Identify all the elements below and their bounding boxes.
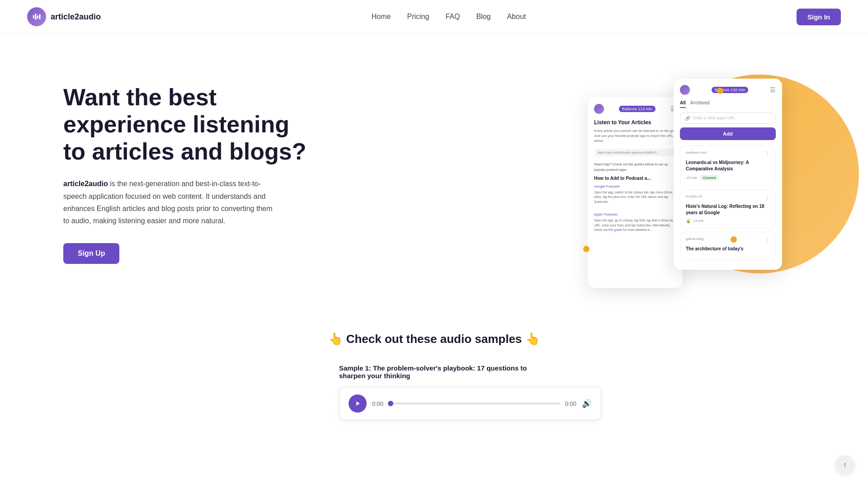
brand-mention: article2audio <box>63 180 108 188</box>
mr-article-card-2: in.hixie.ch ⋮ Hixie's Natural Log: Refle… <box>680 189 776 228</box>
hero-description: article2audio is the next-generation and… <box>63 178 280 227</box>
mr-card3-title: The architecture of today's <box>686 246 770 252</box>
sample1-label: Sample 1: The problem-solver's playbook:… <box>339 364 529 380</box>
mr-header: Balance 132 min ☰ <box>680 85 776 95</box>
mr-article-card-1: medium.com ⋮ Leonardo.ai vs Midjourney: … <box>680 145 776 186</box>
mr-menu-icon: ☰ <box>770 86 776 94</box>
mr-card1-convert[interactable]: Convert <box>700 175 719 181</box>
mr-input-placeholder: Enter a Web page URL <box>693 116 771 120</box>
mr-tab-all[interactable]: All <box>680 100 686 108</box>
audio-section: 👆 Check out these audio samples 👆 Sample… <box>0 305 868 438</box>
time-current-1: 0:00 <box>372 400 383 407</box>
mr-card1-dots[interactable]: ⋮ <box>764 150 770 157</box>
nav-blog[interactable]: Blog <box>476 13 491 20</box>
volume-button-1[interactable]: 🔊 <box>582 399 592 408</box>
progress-dot-1 <box>388 401 393 406</box>
audio-sample-1: Sample 1: The problem-solver's playbook:… <box>339 364 529 420</box>
logo-icon <box>27 7 46 26</box>
ml-google-link: Google Podcasts <box>594 184 676 188</box>
nav-pricing[interactable]: Pricing <box>407 13 429 20</box>
mockup-left-panel: Balance 113 min ☰ Listen to Your Article… <box>588 97 683 288</box>
mockup-right-panel: Balance 132 min ☰ All Archived 🔗 Enter a… <box>674 79 782 270</box>
mr-card3-dots[interactable]: ⋮ <box>764 237 770 243</box>
mr-tab-archived[interactable]: Archived <box>690 100 710 108</box>
signup-button[interactable]: Sign Up <box>63 243 119 264</box>
play-icon <box>354 400 361 407</box>
mr-card2-dots[interactable]: ⋮ <box>764 194 770 201</box>
mr-card2-meta: 🔒 11 min <box>686 219 770 223</box>
mr-card2-source: in.hixie.ch ⋮ <box>686 194 770 201</box>
signin-button[interactable]: Sign In <box>797 9 841 25</box>
brand-name: article2audio <box>51 12 101 22</box>
ml-header: Balance 113 min ☰ <box>594 104 676 114</box>
mr-card3-source: github.blog ⋮ <box>686 237 770 243</box>
mr-card1-source: medium.com ⋮ <box>686 150 770 157</box>
mr-card1-title: Leonardo.ai vs Midjourney: A Comparative… <box>686 160 770 172</box>
mr-card2-title: Hixie's Natural Log: Reflecting on 18 ye… <box>686 203 770 216</box>
hero-section: Want the best experience listening to ar… <box>0 34 868 305</box>
mr-link-icon: 🔗 <box>685 116 690 121</box>
navbar: article2audio Home Pricing FAQ Blog Abou… <box>0 0 868 34</box>
svg-rect-2 <box>37 15 38 19</box>
hero-title: Want the best experience listening to ar… <box>63 84 307 165</box>
ml-google-text: Open the app, switch to the Library tab,… <box>594 190 676 205</box>
ml-url: https://api.article2audio.app/users/3d8b… <box>594 149 676 156</box>
hero-content: Want the best experience listening to ar… <box>63 84 307 264</box>
ml-apple-text: Open the app, go to Library, tap Edit, t… <box>594 218 676 233</box>
audio-section-title: 👆 Check out these audio samples 👆 <box>27 332 841 346</box>
ml-logo-icon <box>594 104 604 114</box>
nav-about[interactable]: About <box>507 13 526 20</box>
mr-card2-time: 11 min <box>693 219 704 223</box>
svg-rect-1 <box>35 14 37 20</box>
mr-article-card-3: github.blog ⋮ The architecture of today'… <box>680 232 776 260</box>
logo-area[interactable]: article2audio <box>27 7 101 26</box>
ml-apple-link: Apple Podcasts <box>594 212 676 216</box>
ml-article-heading: How to Add to Podcast a... <box>594 176 676 181</box>
audio-samples-grid: Sample 1: The problem-solver's playbook:… <box>27 364 841 420</box>
ml-listen-subtitle: Every article you convert can be listene… <box>594 128 676 144</box>
nav-links: Home Pricing FAQ Blog About <box>372 13 526 21</box>
mr-card1-time: -23 min <box>686 176 697 180</box>
progress-bar-1[interactable] <box>389 403 559 404</box>
hero-illustration: Balance 113 min ☰ Listen to Your Article… <box>579 79 841 270</box>
ml-balance: Balance 113 min <box>619 106 656 112</box>
mr-add-button[interactable]: Add <box>680 127 776 140</box>
ml-listen-title: Listen to Your Articles <box>594 119 676 126</box>
nav-faq[interactable]: FAQ <box>445 13 460 20</box>
time-total-1: 0:00 <box>565 400 576 407</box>
ml-apple-guide-link: this guide <box>609 228 622 231</box>
play-button-1[interactable] <box>349 394 367 413</box>
dot-bottom-right <box>731 236 737 243</box>
mr-card2-lock-icon: 🔒 <box>686 219 691 223</box>
mr-tabs: All Archived <box>680 100 776 108</box>
mr-logo-icon <box>680 85 690 95</box>
svg-rect-3 <box>39 14 41 19</box>
mr-url-input[interactable]: 🔗 Enter a Web page URL <box>680 113 776 124</box>
dot-mid-left <box>583 246 590 252</box>
app-mockup: Balance 113 min ☰ Listen to Your Article… <box>579 79 841 270</box>
audio-player-1: 0:00 0:00 🔊 <box>339 387 601 420</box>
dot-top-left <box>717 88 723 94</box>
nav-home[interactable]: Home <box>372 13 391 20</box>
mr-card1-meta: -23 min Convert <box>686 175 770 181</box>
svg-rect-0 <box>33 15 34 19</box>
ml-guide-text: Need help? Check out the guides below to… <box>594 162 676 172</box>
